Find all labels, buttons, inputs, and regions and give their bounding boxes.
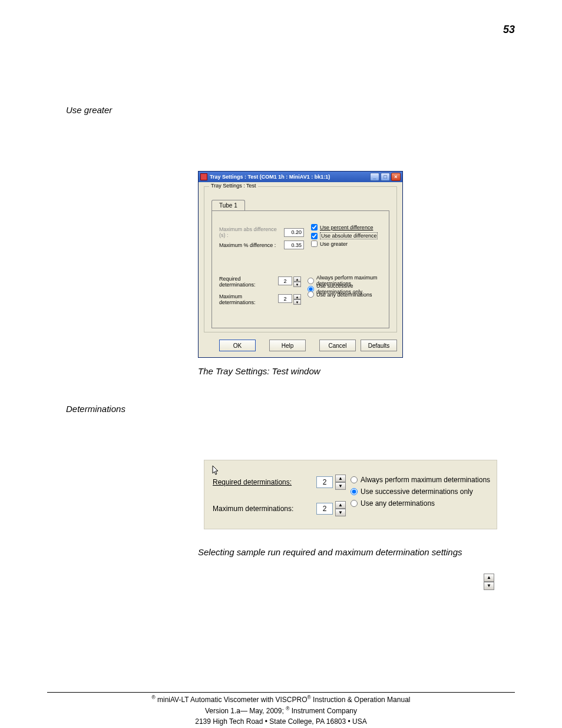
- required-determ-label: Required determinations:: [219, 276, 278, 288]
- panel-radio-any-label: Use any determinations: [361, 499, 435, 508]
- panel-radio-always[interactable]: Always perform maximum determinations: [351, 476, 490, 484]
- radio-any-label: Use any determinations: [316, 292, 372, 298]
- caption-determinations: Selecting sample run required and maximu…: [198, 547, 462, 557]
- panel-radio-any[interactable]: Use any determinations: [351, 499, 435, 508]
- spin-up-icon[interactable]: ▲: [335, 475, 346, 482]
- panel-radio-always-label: Always perform maximum determinations: [361, 476, 490, 484]
- panel-required-label: Required determinations:: [213, 478, 307, 486]
- footer-rule: [47, 692, 515, 693]
- footer-line-2a: Version 1.a— May, 2009;: [205, 707, 286, 715]
- panel-maximum-spinner[interactable]: ▲ ▼: [316, 501, 346, 516]
- spin-down-icon[interactable]: ▼: [293, 282, 301, 287]
- panel-radio-successive-label: Use successive determinations only: [361, 487, 473, 496]
- spinner-button-illustration: ▲ ▼: [484, 574, 494, 590]
- footer-line-2b: Instrument Company: [289, 707, 357, 715]
- max-abs-diff-label: Maximum abs difference (s) :: [219, 226, 284, 238]
- caption-tray-settings: The Tray Settings: Test window: [198, 366, 320, 376]
- use-absolute-checkbox[interactable]: Use absolute difference: [311, 232, 378, 239]
- heading-use-greater: Use greater: [66, 105, 112, 115]
- spin-down-icon[interactable]: ▼: [335, 482, 346, 490]
- panel-radio-successive[interactable]: Use successive determinations only: [351, 487, 473, 496]
- footer-line-1a: miniAV-LT Automatic Viscometer with VISC…: [156, 696, 308, 704]
- required-determ-spinner[interactable]: ▲ ▼: [278, 276, 301, 287]
- use-percent-label: Use percent difference: [320, 225, 373, 230]
- spin-down-icon[interactable]: ▼: [335, 509, 346, 516]
- tray-settings-dialog: Tray Settings : Test (COM1 1h : MiniAV1 …: [198, 171, 403, 358]
- max-pct-diff-label: Maximum % difference :: [219, 242, 284, 248]
- maximum-determ-value[interactable]: [278, 294, 292, 303]
- tab-tube-1[interactable]: Tube 1: [211, 200, 245, 210]
- maximum-determ-label: Maximum determinations:: [219, 294, 278, 305]
- use-absolute-label: Use absolute difference: [320, 232, 378, 239]
- required-determ-value[interactable]: [278, 276, 292, 285]
- maximize-button[interactable]: □: [381, 173, 390, 181]
- spin-down-icon[interactable]: ▼: [293, 299, 301, 305]
- defaults-button[interactable]: Defaults: [361, 340, 397, 351]
- dialog-titlebar: Tray Settings : Test (COM1 1h : MiniAV1 …: [199, 172, 402, 182]
- page-number: 53: [503, 24, 515, 36]
- use-percent-checkbox[interactable]: Use percent difference: [311, 224, 373, 230]
- panel-maximum-value[interactable]: [316, 503, 333, 515]
- maximum-determ-spinner[interactable]: ▲ ▼: [278, 294, 301, 305]
- panel-maximum-label: Maximum determinations:: [213, 505, 307, 513]
- max-abs-diff-input[interactable]: [284, 228, 304, 237]
- spin-up-icon[interactable]: ▲: [335, 501, 346, 509]
- app-icon: [200, 173, 207, 180]
- spin-up-icon[interactable]: ▲: [293, 276, 301, 282]
- minimize-button[interactable]: _: [370, 173, 379, 181]
- spin-up-icon: ▲: [484, 574, 494, 582]
- radio-any[interactable]: Use any determinations: [308, 291, 372, 298]
- footer-line-1b: Instruction & Operation Manual: [311, 696, 411, 704]
- cancel-button[interactable]: Cancel: [319, 340, 356, 351]
- tray-settings-groupbox: Tray Settings : Test Tube 1 Maximum abs …: [204, 186, 397, 332]
- tab-panel: Maximum abs difference (s) : Maximum % d…: [211, 210, 389, 328]
- footer-line-3: 2139 High Tech Road • State College, PA …: [0, 716, 562, 727]
- dialog-title: Tray Settings : Test (COM1 1h : MiniAV1 …: [210, 174, 330, 180]
- use-greater-label: Use greater: [320, 241, 348, 247]
- cursor-icon: [211, 465, 220, 476]
- close-button[interactable]: ×: [391, 173, 401, 181]
- help-button[interactable]: Help: [269, 340, 306, 351]
- determinations-panel: Required determinations: ▲ ▼ Maximum det…: [204, 460, 497, 529]
- ok-button[interactable]: OK: [219, 340, 256, 351]
- panel-required-spinner[interactable]: ▲ ▼: [316, 475, 346, 490]
- heading-determinations: Determinations: [66, 404, 125, 414]
- spin-down-icon: ▼: [484, 582, 494, 590]
- groupbox-title: Tray Settings : Test: [209, 183, 258, 189]
- max-pct-diff-input[interactable]: [284, 241, 304, 249]
- spin-up-icon[interactable]: ▲: [293, 294, 301, 299]
- page-footer: ® miniAV-LT Automatic Viscometer with VI…: [0, 694, 562, 728]
- use-greater-checkbox[interactable]: Use greater: [311, 241, 348, 247]
- panel-required-value[interactable]: [316, 476, 333, 488]
